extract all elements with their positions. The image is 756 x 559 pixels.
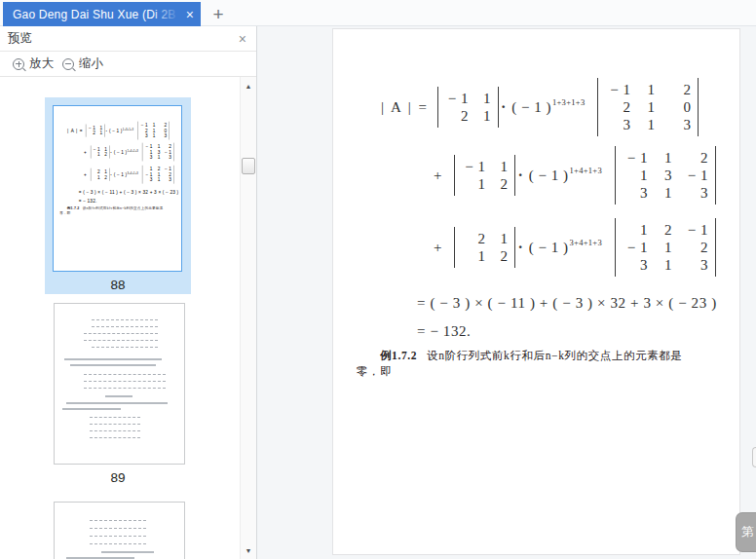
- formula-line-3: + 21 12 · ( − 1 )3+4+1+3 12− 1 − 112 3: [84, 166, 181, 184]
- zoom-in-button[interactable]: 放大: [29, 56, 54, 72]
- new-tab-button[interactable]: +: [204, 2, 233, 26]
- thumb-miniature: [64, 358, 162, 360]
- example-paragraph: 例1.7.2设n阶行列式前k行和后n−k列的交点上的元素都是 零，即: [59, 206, 180, 216]
- example-text-line-1: 设n阶行列式前k行和后n−k列的交点上的元素都是: [427, 350, 682, 361]
- multiplication-dot: ·: [110, 171, 112, 177]
- det3-matrix: − 112 13− 1 313: [142, 143, 174, 162]
- sign-factor: ( − 1 )3+4+1+3: [114, 172, 138, 177]
- thumb-miniature: [84, 340, 158, 341]
- thumbnail-page-89[interactable]: [54, 303, 185, 465]
- preview-close-icon[interactable]: ×: [239, 32, 246, 46]
- thumbnail-88-page-image: | A | = − 11 21 · ( − 1 )1+3+1+3 − 112 2…: [53, 105, 182, 272]
- sign-factor: ( − 1 )1+4+1+3: [114, 149, 138, 154]
- sign-factor: ( − 1 )1+4+1+3: [529, 167, 602, 184]
- zoom-out-icon[interactable]: [62, 58, 74, 70]
- thumb-miniature: [90, 430, 140, 431]
- example-label: 例1.7.2: [67, 206, 80, 210]
- thumbnail-list: | A | = − 11 21 · ( − 1 )1+3+1+3 − 112 2…: [0, 77, 256, 559]
- thumb-miniature: [92, 347, 158, 348]
- preview-toolbar: 放大 缩小: [0, 52, 256, 77]
- plus-sign: +: [434, 168, 441, 184]
- thumb-miniature: [66, 402, 168, 404]
- thumb-miniature: [66, 557, 134, 559]
- det2-matrix: 21 12: [454, 227, 515, 268]
- sign-factor: ( − 1 )3+4+1+3: [529, 239, 602, 256]
- thumb-miniature: [70, 364, 156, 366]
- scroll-down-arrow-icon[interactable]: ▼: [241, 542, 256, 558]
- collapsed-floating-button: [752, 447, 756, 467]
- det2-matrix: − 11 12: [91, 145, 110, 158]
- thumb-miniature: [90, 417, 140, 418]
- thumb-miniature: [90, 543, 146, 544]
- thumbnail-scrollbar[interactable]: ▲ ▼: [240, 77, 256, 559]
- zoom-in-icon[interactable]: [13, 58, 24, 70]
- tab-close-icon[interactable]: ×: [186, 8, 194, 21]
- det3-matrix: 12− 1 − 112 313: [615, 218, 716, 277]
- thumb-miniature: [90, 424, 140, 425]
- thumb-miniature: [84, 381, 166, 382]
- thumb-miniature: [101, 551, 154, 553]
- tab-bar: Gao Deng Dai Shu Xue (Di 2B × +: [0, 0, 756, 26]
- thumb-miniature: [90, 528, 146, 529]
- multiplication-dot: ·: [110, 149, 112, 155]
- formula-line-1: | A | = − 11 21 · ( − 1 )1+3+1+3 − 112 2…: [67, 122, 181, 140]
- formula-line-3: + 21 12 · ( − 1 )3+4+1+3 12− 1 − 112 3: [434, 218, 727, 277]
- det3-matrix: 12− 1 − 112 313: [142, 166, 174, 184]
- preview-panel-header: 预览 ×: [0, 26, 256, 52]
- thumbnail-page-90[interactable]: [54, 502, 185, 559]
- document-viewport[interactable]: | A | = − 11 21 · ( − 1 )1+3+1+3 − 112 2…: [257, 26, 756, 559]
- example-label: 例1.7.2: [380, 350, 417, 361]
- multiplication-dot: ·: [517, 167, 522, 184]
- thumb-miniature: [84, 374, 166, 375]
- formula-result-line-1: = ( − 3 ) × ( − 11 ) + ( − 3 ) × 32 + 3 …: [417, 295, 727, 312]
- example-paragraph: 例1.7.2设n阶行列式前k行和后n−k列的交点上的元素都是 零，即: [357, 349, 727, 379]
- zoom-out-button[interactable]: 缩小: [79, 56, 103, 72]
- plus-sign: +: [434, 240, 441, 256]
- example-text-line-2: 零，即: [357, 365, 392, 377]
- formula-line-1: | A | = − 11 21 · ( − 1 )1+3+1+3 − 112 2…: [381, 78, 727, 136]
- plus-sign: +: [84, 149, 87, 154]
- page-indicator-text: 第: [741, 524, 754, 540]
- thumb-miniature: [105, 395, 132, 397]
- thumb-miniature: [92, 326, 158, 327]
- formula-result-line-1: = ( − 3 ) × ( − 11 ) + ( − 3 ) × 32 + 3 …: [79, 190, 181, 195]
- thumb-miniature: [90, 437, 140, 438]
- thumb-miniature: [92, 319, 158, 320]
- preview-panel: 预览 × 放大 缩小 | A | = − 11 21: [0, 26, 257, 559]
- det2-matrix: − 11 21: [86, 124, 105, 136]
- plus-icon: +: [212, 4, 223, 25]
- thumb-miniature: [62, 408, 121, 410]
- formula-result-line-2: = − 132.: [79, 199, 181, 204]
- tab-active-document[interactable]: Gao Deng Dai Shu Xue (Di 2B ×: [3, 2, 201, 26]
- example-text-line-1: 设n阶行列式前k行和后n−k列的交点上的元素都是: [83, 206, 164, 210]
- thumbnail-page-88-selected[interactable]: | A | = − 11 21 · ( − 1 )1+3+1+3 − 112 2…: [45, 97, 191, 294]
- determinant-lhs: | A | =: [67, 128, 83, 132]
- thumb-miniature: [90, 520, 146, 521]
- sign-factor: ( − 1 )1+3+1+3: [511, 98, 585, 116]
- thumb-miniature: [84, 333, 158, 334]
- plus-sign: +: [84, 172, 87, 177]
- multiplication-dot: ·: [517, 239, 522, 256]
- det2-matrix: − 11 12: [454, 155, 515, 196]
- det2-matrix: 21 12: [91, 168, 110, 181]
- thumbnail-88-page-number: 88: [45, 278, 191, 292]
- preview-panel-title: 预览: [8, 30, 239, 47]
- scrollbar-thumb[interactable]: [242, 158, 255, 174]
- sign-factor: ( − 1 )1+3+1+3: [109, 128, 133, 132]
- det3-matrix: − 112 210 313: [137, 122, 170, 140]
- det3-matrix: − 112 210 313: [597, 78, 699, 136]
- formula-line-2: + − 11 12 · ( − 1 )1+4+1+3 − 112 13− 1: [434, 146, 727, 205]
- formula-result-line-2: = − 132.: [417, 323, 727, 340]
- thumb-miniature: [84, 388, 166, 389]
- page-number-indicator: 第: [736, 512, 756, 552]
- tab-title-fade: [152, 2, 179, 26]
- determinant-lhs: | A | =: [381, 99, 429, 116]
- det2-matrix: − 11 21: [437, 87, 499, 128]
- scroll-up-arrow-icon[interactable]: ▲: [241, 78, 256, 93]
- document-page: | A | = − 11 21 · ( − 1 )1+3+1+3 − 112 2…: [332, 28, 740, 555]
- det3-matrix: − 112 13− 1 313: [615, 146, 716, 205]
- thumbnail-89-page-number: 89: [45, 470, 191, 485]
- thumb-miniature: [90, 536, 146, 537]
- multiplication-dot: ·: [105, 128, 107, 133]
- multiplication-dot: ·: [501, 98, 506, 116]
